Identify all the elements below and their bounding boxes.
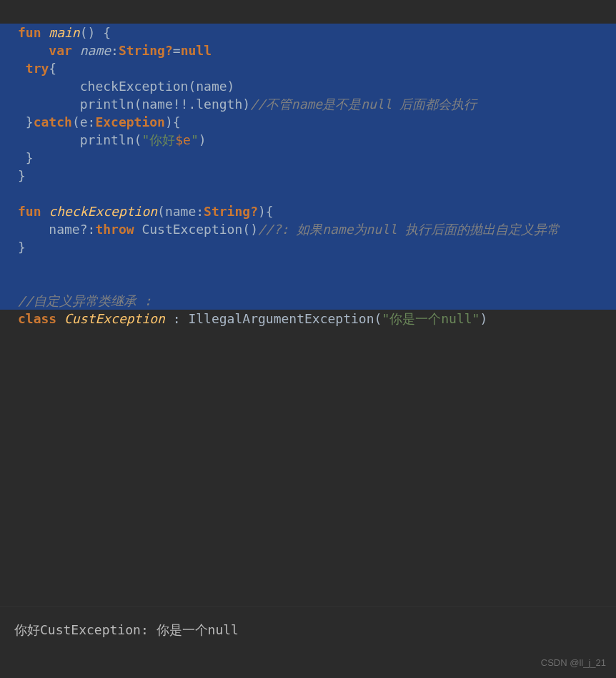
code-editor[interactable]: fun main() { var name:String?=null try{ …: [0, 0, 616, 328]
output-text: 你好CustException: 你是一个null: [14, 622, 239, 637]
code-line: [0, 185, 616, 202]
code-line: try{: [0, 59, 616, 77]
code-line: [0, 274, 616, 292]
watermark: CSDN @ll_j_21: [541, 657, 606, 668]
code-line: name?:throw CustException()//?: 如果name为n…: [0, 220, 616, 238]
code-line: println(name!!.length)//不管name是不是null 后面…: [0, 95, 616, 113]
code-line: println("你好$e"): [0, 131, 616, 149]
code-line: fun checkException(name:String?){: [0, 202, 616, 220]
code-line: //自定义异常类继承 :: [0, 292, 616, 310]
console-output: 你好CustException: 你是一个null: [0, 606, 616, 678]
code-line: }catch(e:Exception){: [0, 113, 616, 131]
code-line: }: [0, 167, 616, 185]
code-line: checkException(name): [0, 77, 616, 95]
code-line: fun main() {: [0, 24, 616, 41]
code-line: class CustException : IllegalArgumentExc…: [0, 311, 487, 326]
code-line: [0, 256, 616, 274]
code-line: var name:String?=null: [0, 41, 616, 59]
code-line: }: [0, 149, 616, 167]
code-line: }: [0, 238, 616, 256]
